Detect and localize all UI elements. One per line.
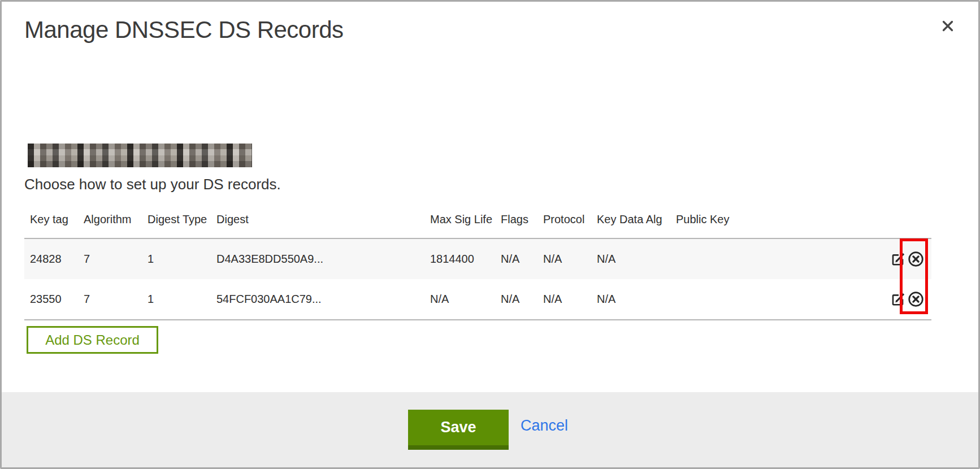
cell-max-sig-life: 1814400: [430, 253, 501, 266]
cell-algorithm: 7: [84, 293, 148, 306]
cell-key-data-alg: N/A: [597, 293, 676, 306]
column-header-key-data-alg: Key Data Alg: [597, 213, 676, 226]
column-header-protocol: Protocol: [543, 213, 597, 226]
cell-max-sig-life: N/A: [430, 293, 501, 306]
column-header-algorithm: Algorithm: [84, 213, 148, 226]
table-row: 23550 7 1 54FCF030AA1C79... N/A N/A N/A …: [24, 279, 931, 319]
delete-icon: [908, 291, 924, 307]
redacted-domain-name: [28, 144, 252, 167]
dnssec-ds-records-dialog: Manage DNSSEC DS Records Choose how to s…: [0, 0, 980, 469]
cell-digest: D4A33E8DD550A9...: [216, 253, 430, 266]
instruction-text: Choose how to set up your DS records.: [24, 176, 281, 193]
edit-icon: [891, 252, 905, 267]
table-header-row: Key tag Algorithm Digest Type Digest Max…: [24, 211, 931, 238]
cell-algorithm: 7: [84, 253, 148, 266]
cell-key-data-alg: N/A: [597, 253, 676, 266]
column-header-public-key: Public Key: [676, 213, 882, 226]
cell-protocol: N/A: [543, 253, 597, 266]
cell-digest: 54FCF030AA1C79...: [216, 293, 430, 306]
close-icon: [940, 18, 956, 34]
column-header-key-tag: Key tag: [30, 213, 84, 226]
table-body: 24828 7 1 D4A33E8DD550A9... 1814400 N/A …: [24, 238, 931, 320]
column-header-digest: Digest: [216, 213, 430, 226]
cell-flags: N/A: [501, 293, 543, 306]
cell-flags: N/A: [501, 253, 543, 266]
table-row: 24828 7 1 D4A33E8DD550A9... 1814400 N/A …: [24, 239, 931, 279]
column-header-max-sig-life: Max Sig Life: [430, 213, 501, 226]
cell-protocol: N/A: [543, 293, 597, 306]
cell-digest-type: 1: [148, 293, 216, 306]
edit-icon: [891, 292, 905, 307]
close-button[interactable]: [935, 14, 960, 39]
ds-records-table: Key tag Algorithm Digest Type Digest Max…: [24, 211, 931, 320]
add-ds-record-button[interactable]: Add DS Record: [27, 326, 158, 354]
cell-key-tag: 24828: [30, 253, 84, 266]
delete-record-button[interactable]: [908, 251, 924, 267]
page-title: Manage DNSSEC DS Records: [24, 16, 344, 44]
dialog-footer: Save Cancel: [2, 392, 978, 467]
column-header-digest-type: Digest Type: [148, 213, 216, 226]
column-header-flags: Flags: [501, 213, 543, 226]
delete-record-button[interactable]: [908, 291, 924, 307]
edit-record-button[interactable]: [891, 292, 905, 307]
cell-key-tag: 23550: [30, 293, 84, 306]
edit-record-button[interactable]: [891, 252, 905, 267]
save-button[interactable]: Save: [408, 410, 509, 450]
cancel-link[interactable]: Cancel: [521, 417, 568, 435]
cell-digest-type: 1: [148, 253, 216, 266]
delete-icon: [908, 251, 924, 267]
row-actions: [882, 291, 931, 307]
row-actions: [882, 251, 931, 267]
